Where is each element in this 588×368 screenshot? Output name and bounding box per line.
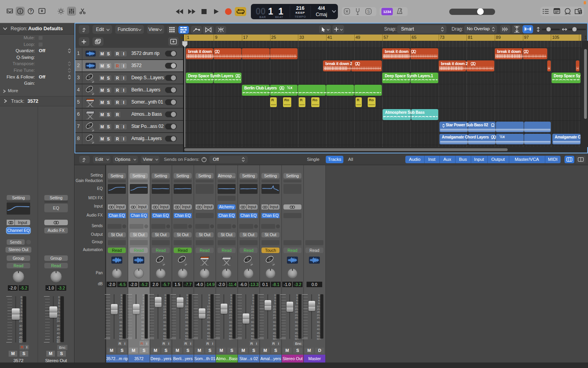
svg-text:?: ? [29, 9, 32, 13]
svg-text:S: S [367, 9, 370, 14]
